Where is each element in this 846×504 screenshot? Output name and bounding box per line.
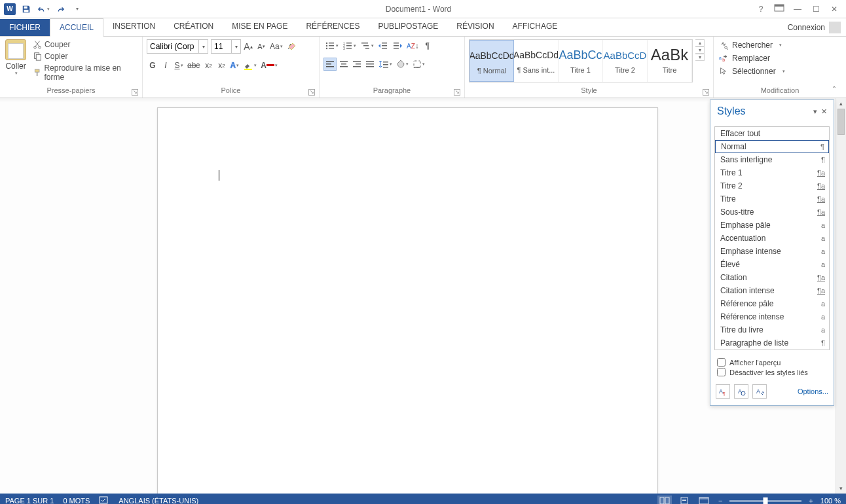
styles-pane-item[interactable]: Titre¶a bbox=[715, 192, 829, 206]
styles-pane-item[interactable]: Référence pâlea bbox=[715, 297, 829, 310]
zoom-slider[interactable] bbox=[729, 500, 801, 502]
shading-button[interactable]: ▾ bbox=[395, 58, 410, 71]
styles-pane-item[interactable]: Sans interligne¶ bbox=[715, 153, 829, 166]
font-dialog-launcher[interactable]: ↘ bbox=[308, 89, 315, 96]
help-button[interactable]: ? bbox=[754, 5, 767, 14]
underline-button[interactable]: S▾ bbox=[173, 59, 185, 72]
tab-création[interactable]: CRÉATION bbox=[164, 18, 223, 36]
bold-button[interactable]: G bbox=[147, 59, 158, 72]
styles-pane-item[interactable]: Paragraphe de liste¶ bbox=[715, 336, 829, 350]
close-button[interactable]: ✕ bbox=[828, 5, 841, 14]
show-marks-button[interactable]: ¶ bbox=[422, 39, 433, 52]
justify-button[interactable] bbox=[364, 58, 376, 71]
styles-pane-item[interactable]: Accentuationa bbox=[715, 232, 829, 245]
clear-formatting-button[interactable]: A bbox=[285, 40, 299, 53]
format-painter-button[interactable]: Reproduire la mise en forme bbox=[33, 63, 138, 82]
styles-pane-item[interactable]: Citation intense¶a bbox=[715, 284, 829, 297]
disable-linked-checkbox[interactable]: Désactiver les styles liés bbox=[717, 368, 827, 376]
scroll-thumb[interactable] bbox=[837, 109, 845, 135]
select-button[interactable]: Sélectionner▾ bbox=[718, 65, 786, 77]
styles-pane-close-icon[interactable]: ✕ bbox=[821, 107, 827, 116]
decrease-indent-button[interactable] bbox=[377, 39, 390, 52]
styles-pane-item[interactable]: Sous-titre¶a bbox=[715, 206, 829, 219]
multilevel-list-button[interactable]: ▾ bbox=[359, 39, 375, 52]
bullets-button[interactable]: ▾ bbox=[323, 39, 340, 52]
zoom-level[interactable]: 100 % bbox=[820, 497, 841, 504]
collapse-ribbon-button[interactable]: ˆ bbox=[833, 86, 842, 95]
zoom-out-button[interactable]: − bbox=[716, 497, 724, 504]
undo-button[interactable]: ▾ bbox=[37, 3, 50, 16]
copy-button[interactable]: Copier bbox=[33, 51, 138, 62]
style-inspector-button[interactable]: A bbox=[734, 384, 748, 399]
view-read-button[interactable] bbox=[657, 495, 672, 504]
tab-références[interactable]: RÉFÉRENCES bbox=[297, 18, 369, 36]
styles-pane-item[interactable]: Élevéa bbox=[715, 258, 829, 271]
subscript-button[interactable]: x2 bbox=[202, 59, 214, 72]
style-gallery-item[interactable]: AaBbCcDTitre 2 bbox=[603, 40, 648, 82]
scroll-up[interactable]: ▴ bbox=[836, 98, 846, 109]
view-print-button[interactable] bbox=[677, 495, 691, 504]
tab-affichage[interactable]: AFFICHAGE bbox=[504, 18, 567, 36]
show-preview-checkbox[interactable]: Afficher l'aperçu bbox=[717, 358, 827, 367]
styles-pane-item[interactable]: Référence intensea bbox=[715, 310, 829, 323]
scroll-down[interactable]: ▾ bbox=[836, 483, 846, 494]
tab-mise-en-page[interactable]: MISE EN PAGE bbox=[223, 18, 297, 36]
align-right-button[interactable] bbox=[351, 58, 363, 71]
style-gallery-item[interactable]: AaBbCcTitre 1 bbox=[559, 40, 603, 82]
tab-file[interactable]: FICHIER bbox=[0, 19, 50, 36]
find-button[interactable]: Rechercher▾ bbox=[718, 39, 783, 51]
change-case-button[interactable]: Aa▾ bbox=[268, 40, 284, 53]
save-button[interactable] bbox=[20, 3, 33, 16]
superscript-button[interactable]: x2 bbox=[215, 59, 227, 72]
tab-révision[interactable]: RÉVISION bbox=[447, 18, 503, 36]
align-left-button[interactable] bbox=[323, 58, 337, 71]
styles-pane-options-icon[interactable]: ▾ bbox=[813, 107, 817, 116]
status-page[interactable]: PAGE 1 SUR 1 bbox=[5, 497, 54, 504]
font-name-combo[interactable]: ▾ bbox=[147, 39, 208, 54]
line-spacing-button[interactable]: ▾ bbox=[377, 58, 394, 71]
sort-button[interactable]: AZ↓ bbox=[405, 39, 420, 52]
align-center-button[interactable] bbox=[338, 58, 350, 71]
font-color-button[interactable]: A▾ bbox=[259, 59, 279, 72]
zoom-in-button[interactable]: + bbox=[807, 497, 815, 504]
status-language[interactable]: ANGLAIS (ÉTATS-UNIS) bbox=[119, 497, 198, 504]
tab-insertion[interactable]: INSERTION bbox=[103, 18, 164, 36]
manage-styles-button[interactable]: A bbox=[752, 384, 767, 399]
gallery-up[interactable]: ▴ bbox=[695, 39, 705, 46]
paragraph-dialog-launcher[interactable]: ↘ bbox=[454, 89, 460, 96]
increase-indent-button[interactable] bbox=[391, 39, 404, 52]
numbering-button[interactable]: 123▾ bbox=[341, 39, 358, 52]
styles-pane-options-link[interactable]: Options... bbox=[798, 387, 828, 395]
style-gallery-item[interactable]: AaBbCcDd¶ Normal bbox=[469, 40, 514, 82]
cut-button[interactable]: Couper bbox=[33, 39, 138, 50]
font-size-combo[interactable]: ▾ bbox=[211, 39, 241, 54]
style-gallery-item[interactable]: AaBkTitre bbox=[648, 40, 692, 82]
styles-pane-item[interactable]: Normal¶ bbox=[715, 140, 829, 153]
ribbon-display-button[interactable] bbox=[773, 4, 786, 14]
highlight-button[interactable]: ▾ bbox=[242, 59, 258, 72]
paste-button[interactable]: Coller ▾ bbox=[4, 39, 28, 76]
styles-pane-item[interactable]: Titre 1¶a bbox=[715, 166, 829, 179]
gallery-down[interactable]: ▾ bbox=[695, 46, 705, 54]
new-style-button[interactable]: A¶ bbox=[716, 384, 730, 399]
status-proofing-icon[interactable] bbox=[99, 495, 109, 504]
styles-pane-item[interactable]: Emphase intensea bbox=[715, 245, 829, 258]
styles-dialog-launcher[interactable]: ↘ bbox=[703, 89, 709, 96]
styles-pane-item[interactable]: Titre du livrea bbox=[715, 323, 829, 336]
qat-customize[interactable]: ▾ bbox=[71, 3, 84, 16]
tab-publipostage[interactable]: PUBLIPOSTAGE bbox=[369, 18, 447, 36]
italic-button[interactable]: I bbox=[160, 59, 172, 72]
vertical-scrollbar[interactable]: ▴ ▾ bbox=[836, 98, 846, 494]
tab-accueil[interactable]: ACCUEIL bbox=[50, 18, 103, 37]
document-page[interactable] bbox=[157, 107, 658, 494]
borders-button[interactable]: ▾ bbox=[411, 58, 426, 71]
style-gallery-item[interactable]: AaBbCcDd¶ Sans int... bbox=[514, 40, 559, 82]
gallery-more[interactable]: ▾ bbox=[695, 54, 705, 61]
sign-in[interactable]: Connexion bbox=[782, 19, 846, 36]
redo-button[interactable] bbox=[54, 3, 67, 16]
clipboard-dialog-launcher[interactable]: ↘ bbox=[132, 89, 138, 96]
status-word-count[interactable]: 0 MOTS bbox=[63, 497, 90, 504]
styles-pane-clear-all[interactable]: Effacer tout bbox=[715, 127, 829, 140]
view-web-button[interactable] bbox=[697, 495, 711, 504]
styles-pane-item[interactable]: Emphase pâlea bbox=[715, 219, 829, 232]
